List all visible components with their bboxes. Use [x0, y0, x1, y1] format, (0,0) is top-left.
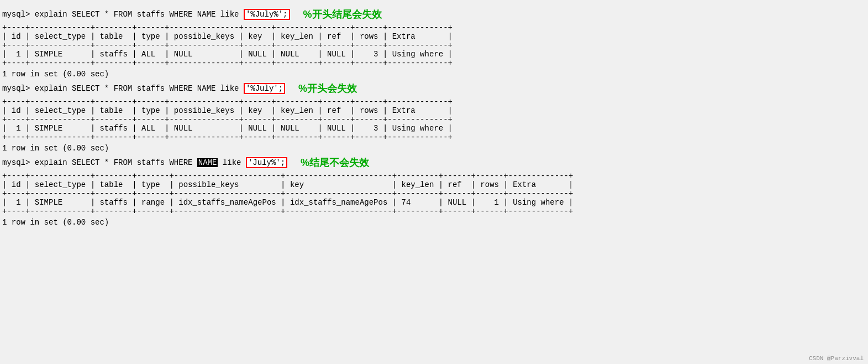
rowcount-3: 1 row in set (0.00 sec)	[2, 218, 866, 227]
query-highlight-1: '%July%';	[244, 9, 290, 20]
query-line-3: mysql> explain SELECT * FROM staffs WHER…	[2, 156, 866, 169]
table-1-datarow: | 1 | SIMPLE | staffs | ALL | NULL | NUL…	[2, 50, 866, 59]
annotation-3: %结尾不会失效	[301, 156, 369, 169]
table-3-header: | id | select_type | table | type | poss…	[2, 180, 866, 189]
rowcount-2: 1 row in set (0.00 sec)	[2, 144, 866, 153]
query-prefix-1: mysql> explain SELECT * FROM staffs WHER…	[2, 10, 244, 19]
query-prefix-3a: mysql> explain SELECT * FROM staffs WHER…	[2, 158, 197, 167]
table-2-sep1: +----+-------------+--------+------+----…	[2, 97, 866, 106]
query-highlight-2: '%July';	[244, 83, 285, 94]
table-2-datarow: | 1 | SIMPLE | staffs | ALL | NULL | NUL…	[2, 124, 866, 133]
query-prefix-2: mysql> explain SELECT * FROM staffs WHER…	[2, 84, 244, 93]
table-3-sep3: +----+-------------+--------+-------+---…	[2, 207, 866, 216]
table-1: +----+-------------+--------+------+----…	[2, 23, 866, 67]
query-prefix-3b: like	[218, 158, 245, 167]
annotation-2: %开头会失效	[298, 82, 357, 95]
annotation-1: %开头结尾会失效	[303, 8, 382, 21]
rowcount-1: 1 row in set (0.00 sec)	[2, 70, 866, 79]
table-2: +----+-------------+--------+------+----…	[2, 97, 866, 142]
query-line-2: mysql> explain SELECT * FROM staffs WHER…	[2, 82, 866, 95]
table-3-datarow: | 1 | SIMPLE | staffs | range | idx_staf…	[2, 198, 866, 207]
query-line-1: mysql> explain SELECT * FROM staffs WHER…	[2, 8, 866, 21]
table-3-sep2: +----+-------------+--------+-------+---…	[2, 189, 866, 198]
section-2: mysql> explain SELECT * FROM staffs WHER…	[2, 82, 866, 153]
table-2-sep3: +----+-------------+--------+------+----…	[2, 133, 866, 142]
table-2-sep2: +----+-------------+--------+------+----…	[2, 115, 866, 124]
table-1-sep1: +----+-------------+--------+------+----…	[2, 23, 866, 32]
table-2-header: | id | select_type | table | type | poss…	[2, 106, 866, 115]
watermark: CSDN @Parzivval	[809, 355, 864, 362]
terminal-window: mysql> explain SELECT * FROM staffs WHER…	[0, 0, 868, 364]
section-3: mysql> explain SELECT * FROM staffs WHER…	[2, 156, 866, 227]
table-1-sep2: +----+-------------+--------+------+----…	[2, 41, 866, 50]
section-1: mysql> explain SELECT * FROM staffs WHER…	[2, 8, 866, 79]
table-3: +----+-------------+--------+-------+---…	[2, 171, 866, 216]
table-1-header: | id | select_type | table | type | poss…	[2, 32, 866, 41]
query-highlight-3: 'July%';	[246, 157, 287, 168]
table-1-sep3: +----+-------------+--------+------+----…	[2, 59, 866, 67]
table-3-sep1: +----+-------------+--------+-------+---…	[2, 171, 866, 180]
query-name-highlight-3: NAME	[197, 158, 218, 167]
